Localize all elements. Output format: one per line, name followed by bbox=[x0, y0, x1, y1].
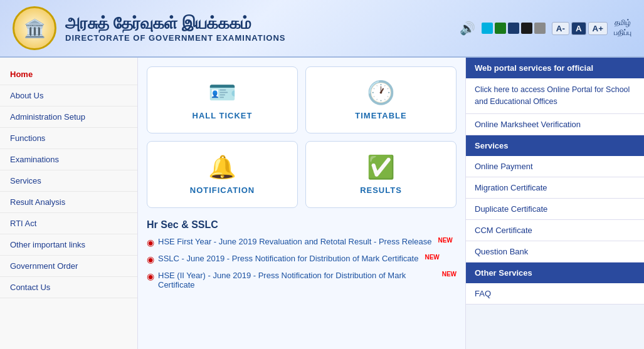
font-size-controls: A- A A+ bbox=[552, 22, 608, 35]
ccm-certificate-link[interactable]: CCM Certificate bbox=[466, 220, 644, 241]
sidebar-item-examinations[interactable]: Examinations bbox=[0, 149, 137, 170]
title-eng: DIRECTORATE OF GOVERNMENT EXAMINATIONS bbox=[65, 33, 285, 43]
web-portal-header: Web portal services for official bbox=[466, 58, 644, 78]
timetable-card[interactable]: 🕐 TIMETABLE bbox=[305, 66, 457, 133]
timetable-icon: 🕐 bbox=[367, 80, 395, 106]
header-left: 🏛️ அரசுத் தேர்வுகள் இயக்ககம் DIRECTORATE… bbox=[13, 6, 285, 50]
marksheet-verification-link[interactable]: Online Marksheet Verification bbox=[466, 114, 644, 135]
font-size-plus-button[interactable]: A+ bbox=[588, 22, 608, 35]
hall-ticket-label: HALL TICKET bbox=[193, 111, 253, 120]
main-container: Home About Us Administration Setup Funct… bbox=[0, 58, 644, 349]
header-right: 🔊 A- A A+ தமிழ்பதிப்பு bbox=[460, 18, 631, 38]
results-card[interactable]: ✅ RESULTS bbox=[305, 141, 457, 208]
swatch-green[interactable] bbox=[495, 23, 506, 34]
swatch-black[interactable] bbox=[521, 23, 532, 34]
title-tamil: அரசுத் தேர்வுகள் இயக்ககம் bbox=[65, 14, 285, 33]
swatch-gray[interactable] bbox=[534, 23, 546, 34]
hall-ticket-icon: 🪪 bbox=[208, 80, 236, 106]
services-section: Services Online Payment Migration Certif… bbox=[466, 135, 644, 263]
tamil-label[interactable]: தமிழ்பதிப்பு bbox=[614, 18, 631, 38]
sidebar-item-government-order[interactable]: Government Order bbox=[0, 256, 137, 277]
speaker-icon[interactable]: 🔊 bbox=[460, 21, 475, 36]
sidebar-item-services[interactable]: Services bbox=[0, 170, 137, 192]
right-panel: Web portal services for official Click h… bbox=[465, 58, 644, 349]
new-badge-2: NEW bbox=[425, 254, 439, 261]
sidebar-item-other-important-links[interactable]: Other important links bbox=[0, 234, 137, 256]
logo: 🏛️ bbox=[13, 6, 56, 50]
services-header: Services bbox=[466, 135, 644, 156]
question-bank-link[interactable]: Question Bank bbox=[466, 241, 644, 263]
news-text-2: SSLC - June 2019 - Press Notification fo… bbox=[158, 254, 418, 263]
timetable-label: TIMETABLE bbox=[355, 111, 406, 120]
notification-label: NOTIFICATION bbox=[190, 185, 255, 195]
sidebar-item-rti-act[interactable]: RTI Act bbox=[0, 213, 137, 234]
online-payment-link[interactable]: Online Payment bbox=[466, 156, 644, 177]
notification-card[interactable]: 🔔 NOTIFICATION bbox=[147, 141, 298, 208]
news-item-3[interactable]: ◉ HSE (II Year) - June 2019 - Press Noti… bbox=[147, 271, 457, 289]
swatch-dark-blue[interactable] bbox=[508, 23, 519, 34]
faq-link[interactable]: FAQ bbox=[466, 283, 644, 305]
web-portal-section: Web portal services for official Click h… bbox=[466, 58, 644, 135]
news-section: Hr Sec & SSLC ◉ HSE First Year - June 20… bbox=[147, 219, 457, 289]
header-title-block: அரசுத் தேர்வுகள் இயக்ககம் DIRECTORATE OF… bbox=[65, 14, 285, 43]
news-text-1: HSE First Year - June 2019 Revaluation a… bbox=[158, 237, 431, 246]
news-item-2[interactable]: ◉ SSLC - June 2019 - Press Notification … bbox=[147, 254, 457, 264]
new-badge-1: NEW bbox=[438, 237, 452, 244]
sidebar-item-administration-setup[interactable]: Administration Setup bbox=[0, 107, 137, 128]
sidebar-item-contact-us[interactable]: Contact Us bbox=[0, 277, 137, 298]
other-services-header: Other Services bbox=[466, 263, 644, 283]
hall-ticket-card[interactable]: 🪪 HALL TICKET bbox=[147, 66, 298, 133]
online-portal-link[interactable]: Click here to access Online Portal for S… bbox=[466, 78, 644, 114]
news-text-3: HSE (II Year) - June 2019 - Press Notifi… bbox=[158, 271, 436, 289]
sidebar: Home About Us Administration Setup Funct… bbox=[0, 58, 138, 349]
color-swatches bbox=[482, 23, 546, 34]
content-area: 🪪 HALL TICKET 🕐 TIMETABLE 🔔 NOTIFICATION… bbox=[138, 58, 465, 349]
news-dot-1: ◉ bbox=[147, 237, 154, 247]
other-services-section: Other Services FAQ bbox=[466, 263, 644, 305]
migration-certificate-link[interactable]: Migration Certificate bbox=[466, 177, 644, 199]
news-dot-3: ◉ bbox=[147, 271, 154, 281]
sidebar-item-functions[interactable]: Functions bbox=[0, 128, 137, 149]
swatch-blue[interactable] bbox=[482, 23, 493, 34]
news-item-1[interactable]: ◉ HSE First Year - June 2019 Revaluation… bbox=[147, 237, 457, 247]
sidebar-item-home[interactable]: Home bbox=[0, 64, 137, 85]
font-size-normal-button[interactable]: A bbox=[571, 22, 586, 35]
results-icon: ✅ bbox=[367, 154, 395, 180]
notification-icon: 🔔 bbox=[208, 154, 236, 180]
page-header: 🏛️ அரசுத் தேர்வுகள் இயக்ககம் DIRECTORATE… bbox=[0, 0, 644, 58]
new-badge-3: NEW bbox=[442, 271, 457, 278]
font-size-minus-button[interactable]: A- bbox=[552, 22, 569, 35]
results-label: RESULTS bbox=[360, 185, 402, 195]
sidebar-item-about-us[interactable]: About Us bbox=[0, 85, 137, 107]
news-title: Hr Sec & SSLC bbox=[147, 219, 457, 231]
duplicate-certificate-link[interactable]: Duplicate Certificate bbox=[466, 199, 644, 220]
sidebar-item-result-analysis[interactable]: Result Analysis bbox=[0, 192, 137, 213]
news-dot-2: ◉ bbox=[147, 254, 154, 264]
quick-access-grid: 🪪 HALL TICKET 🕐 TIMETABLE 🔔 NOTIFICATION… bbox=[147, 66, 457, 208]
